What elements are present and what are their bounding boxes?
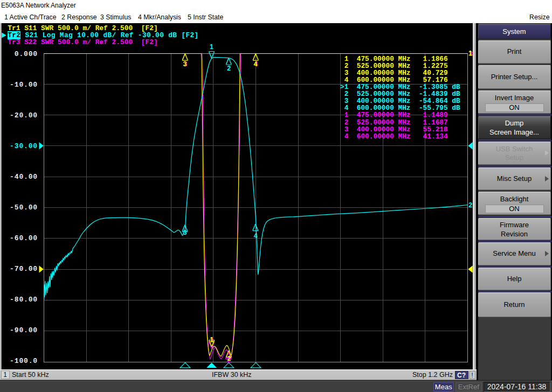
- svg-text:2: 2: [227, 65, 231, 72]
- svg-text:3: 3: [183, 60, 187, 68]
- svg-text:1: 1: [210, 43, 213, 51]
- svg-text:2: 2: [227, 355, 231, 362]
- svg-text:4: 4: [254, 60, 258, 68]
- svg-text:2: 2: [468, 201, 472, 209]
- svg-text:3: 3: [183, 229, 187, 236]
- svg-text:4: 4: [254, 232, 258, 240]
- svg-text:1: 1: [210, 336, 213, 344]
- svg-text:1: 1: [468, 50, 472, 57]
